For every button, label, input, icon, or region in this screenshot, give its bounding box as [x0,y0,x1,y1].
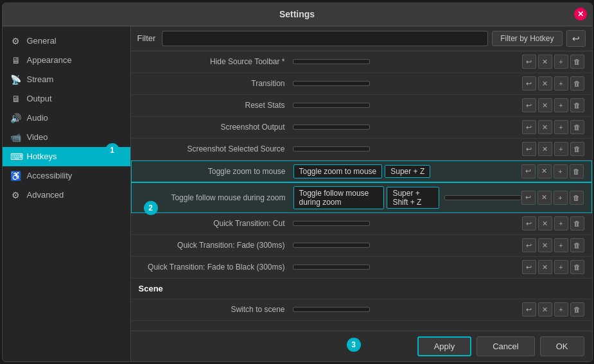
sidebar-item-audio[interactable]: 🔊 Audio [3,108,130,128]
hotkey-input[interactable] [293,59,370,64]
delete-hotkey-button[interactable]: 🗑 [570,120,584,134]
clear-hotkey-button[interactable]: ✕ [537,191,552,205]
hotkey-label: Switch to scene [139,305,293,314]
delete-hotkey-button[interactable]: 🗑 [570,260,584,274]
clear-hotkey-button[interactable]: ✕ [537,164,552,178]
delete-hotkey-button[interactable]: 🗑 [570,55,584,69]
sidebar-label-advanced: Advanced [27,190,64,200]
hotkey-input[interactable] [293,146,370,152]
add-hotkey-button[interactable]: + [554,98,568,112]
clear-hotkey-button[interactable]: ✕ [538,76,552,91]
add-hotkey-button[interactable]: + [554,76,568,91]
hotkey-input[interactable] [293,81,370,86]
dialog-title: Settings [279,9,315,19]
hotkey-actions: ↩ ✕ + 🗑 [521,164,584,178]
hotkey-binding-area [293,243,522,248]
reset-hotkey-button[interactable]: ↩ [522,238,536,252]
add-hotkey-button[interactable]: + [554,142,568,156]
sidebar-item-appearance[interactable]: 🖥 Appearance [3,51,130,70]
callout-1: 1 [105,143,119,157]
scene-section-header: Scene [131,279,592,299]
delete-hotkey-button[interactable]: 🗑 [570,302,584,316]
sidebar-item-stream[interactable]: 📡 Stream [3,70,130,89]
cancel-button[interactable]: Cancel [476,336,534,356]
reset-hotkey-button[interactable]: ↩ [522,142,536,156]
hotkey-label: Transition [139,79,293,88]
clear-hotkey-button[interactable]: ✕ [538,55,552,69]
reset-hotkey-button[interactable]: ↩ [521,191,536,205]
sidebar-item-advanced[interactable]: ⚙ Advanced [3,186,130,205]
add-hotkey-button[interactable]: + [554,120,568,134]
hotkey-binding-area: Toggle zoom to mouse Super + Z [293,164,521,178]
ok-button[interactable]: OK [540,336,584,356]
delete-hotkey-button[interactable]: 🗑 [570,76,584,91]
close-button[interactable]: ✕ [574,8,587,21]
clear-hotkey-button[interactable]: ✕ [538,260,552,274]
hotkey-input[interactable] [293,307,370,312]
reset-hotkey-button[interactable]: ↩ [522,76,536,91]
hotkey-label: Reset Stats [139,101,293,110]
add-hotkey-button[interactable]: + [554,191,568,205]
sidebar-label-audio: Audio [27,113,48,123]
hotkey-binding-area [293,81,522,86]
hotkey-label: Hide Source Toolbar * [139,57,293,66]
reset-hotkey-button[interactable]: ↩ [522,55,536,69]
back-button[interactable]: ↩ [566,30,586,47]
clear-hotkey-button[interactable]: ✕ [538,302,552,316]
reset-hotkey-button[interactable]: ↩ [522,120,536,134]
add-hotkey-button[interactable]: + [554,302,568,316]
reset-hotkey-button[interactable]: ↩ [522,302,536,316]
hotkey-input[interactable] [293,221,370,226]
hotkey-label: Screenshot Selected Source [139,144,293,153]
reset-hotkey-button[interactable]: ↩ [522,260,536,274]
hotkey-binding-area [293,103,522,108]
clear-hotkey-button[interactable]: ✕ [538,238,552,252]
add-hotkey-button[interactable]: + [554,164,568,178]
hotkey-input[interactable] [293,264,370,270]
delete-hotkey-button[interactable]: 🗑 [570,238,584,252]
add-hotkey-button[interactable]: + [554,216,568,230]
hotkey-actions: ↩ ✕ + 🗑 [522,120,584,134]
hotkey-actions: ↩ ✕ + 🗑 [522,302,584,316]
sidebar-item-general[interactable]: ⚙ General [3,31,130,51]
reset-hotkey-button[interactable]: ↩ [522,216,536,230]
delete-hotkey-button[interactable]: 🗑 [570,191,584,205]
hotkey-row-transition: Transition ↩ ✕ + 🗑 [131,73,592,95]
hotkey-extra-input[interactable] [444,195,521,200]
hotkeys-icon: ⌨ [10,152,22,162]
clear-hotkey-button[interactable]: ✕ [538,98,552,112]
hotkey-input[interactable] [293,103,370,108]
delete-hotkey-button[interactable]: 🗑 [570,164,584,178]
hotkey-row-qt-cut: Quick Transition: Cut ↩ ✕ + 🗑 [131,213,592,235]
hotkey-input[interactable]: Toggle follow mouse during zoom [293,186,385,209]
apply-button[interactable]: Apply [417,336,472,356]
add-hotkey-button[interactable]: + [554,238,568,252]
callout-3: 3 [347,338,361,352]
delete-hotkey-button[interactable]: 🗑 [570,216,584,230]
sidebar-item-accessibility[interactable]: ♿ Accessibility [3,166,130,186]
clear-hotkey-button[interactable]: ✕ [538,120,552,134]
clear-hotkey-button[interactable]: ✕ [538,142,552,156]
filter-input[interactable] [162,31,488,46]
video-icon: 📹 [10,132,22,143]
delete-hotkey-button[interactable]: 🗑 [570,142,584,156]
hotkey-input[interactable] [293,243,370,248]
hotkey-label: Quick Transition: Fade to Black (300ms) [139,263,293,272]
hotkey-row-qt-fade-black: Quick Transition: Fade to Black (300ms) … [131,257,592,279]
hotkey-actions: ↩ ✕ + 🗑 [521,191,584,205]
reset-hotkey-button[interactable]: ↩ [521,164,536,178]
add-hotkey-button[interactable]: + [554,260,568,274]
add-hotkey-button[interactable]: + [554,55,568,69]
hotkey-input[interactable]: Toggle zoom to mouse [293,164,383,178]
sidebar-label-appearance: Appearance [27,55,72,65]
advanced-icon: ⚙ [10,190,22,200]
hotkey-row-screenshot-output: Screenshot Output ↩ ✕ + 🗑 [131,117,592,139]
clear-hotkey-button[interactable]: ✕ [538,216,552,230]
hotkey-input[interactable] [293,125,370,130]
reset-hotkey-button[interactable]: ↩ [522,98,536,112]
delete-hotkey-button[interactable]: 🗑 [570,98,584,112]
title-bar: Settings ✕ [3,3,592,26]
main-area: Filter Filter by Hotkey ↩ Hide Source To… [131,26,592,361]
sidebar-item-output[interactable]: 🖥 Output [3,89,130,108]
filter-hotkey-button[interactable]: Filter by Hotkey [492,31,562,46]
